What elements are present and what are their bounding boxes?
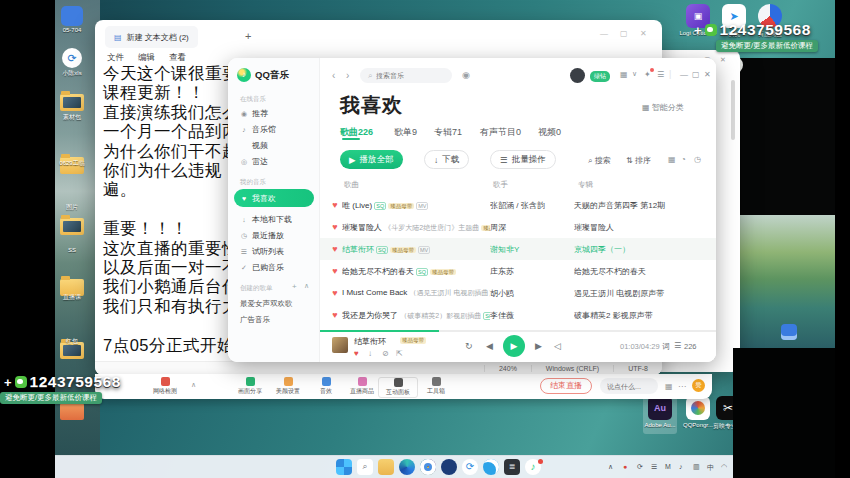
sidebar-item-recently-played[interactable]: ◷最近播放 (240, 228, 284, 243)
notepad-maximize-button[interactable]: ▢ (620, 29, 628, 38)
window-minimize-button[interactable]: — (680, 70, 688, 79)
batch-actions-button[interactable]: ☰批量操作 (490, 150, 556, 169)
toolbar-item[interactable]: 直播商品 (342, 377, 382, 396)
more-icon[interactable]: ⋯ (678, 382, 686, 391)
nav-back-icon[interactable]: ‹ (332, 70, 335, 81)
taskbar-search-button[interactable]: ⌕ (357, 459, 373, 475)
sidebar-item-purchased[interactable]: ✓已购音乐 (240, 260, 284, 275)
sidebar-item-my-favorites[interactable]: ♥我喜欢 (234, 189, 314, 207)
menu-edit[interactable]: 编辑 (138, 52, 155, 64)
desktop-icon-qqpongr[interactable] (686, 396, 710, 420)
history-view-icon[interactable]: ◷ (694, 155, 701, 164)
column-album[interactable]: 专辑 (578, 180, 593, 190)
progress-bar[interactable] (320, 330, 716, 332)
queue-count[interactable]: 226 (684, 342, 697, 351)
start-button[interactable] (336, 459, 352, 475)
desktop-icon-adobe-audition[interactable]: Au (648, 396, 672, 420)
emoji-icon[interactable]: ▦ (665, 382, 673, 391)
sidebar-item-local-downloads[interactable]: ↓本地和下载 (240, 212, 292, 227)
menu-view[interactable]: 查看 (169, 52, 186, 64)
play-mode-icon[interactable]: ↻ (465, 341, 473, 351)
vip-badge[interactable]: 绿钻 (590, 71, 610, 82)
download-button[interactable]: ↓下载 (424, 150, 469, 169)
volume-icon[interactable]: ◁ (554, 341, 561, 351)
favorite-heart-icon[interactable]: ♥ (328, 288, 342, 298)
taskbar-qq-button[interactable] (483, 459, 499, 475)
taskbar-meeting-button[interactable] (441, 459, 457, 475)
playlist-item[interactable]: 最爱女声双欢歌 (240, 296, 293, 311)
tray-recording-icon[interactable]: ● (623, 463, 627, 470)
tray-ime-icon[interactable]: 中 (707, 463, 714, 473)
collapse-icon[interactable]: ∧ (191, 381, 196, 389)
list-search-button[interactable]: ⌕ 搜索 (588, 155, 611, 166)
playlist-item[interactable]: 广告音乐 (240, 312, 270, 327)
desktop-icon-blue-mini[interactable] (781, 324, 797, 340)
toolbar-item[interactable]: 画面分享 (230, 377, 270, 396)
column-artist[interactable]: 歌手 (493, 180, 508, 190)
like-icon[interactable]: ♥ (354, 349, 359, 358)
window-maximize-button[interactable]: ▢ (692, 70, 700, 79)
view-grid-icon[interactable]: ▦ (668, 155, 676, 164)
favorite-heart-icon[interactable]: ♥ (328, 200, 342, 210)
end-live-button[interactable]: 结束直播 (540, 378, 592, 394)
desktop-icon-folder[interactable] (60, 218, 84, 235)
tray-keyboard-icon[interactable]: ▥ (693, 463, 700, 471)
song-row[interactable]: ♥ I Must Come Back （遇见王沥川 电视剧插曲）臻品母带MV 胡… (320, 282, 716, 304)
sidebar-item-listen-list[interactable]: ☰试听列表 (240, 244, 284, 259)
bgwin-close-button[interactable]: ✕ (720, 56, 726, 64)
live-chat-input[interactable] (600, 378, 658, 394)
statusbar-zoom[interactable]: 240% (484, 365, 531, 372)
toolbar-item[interactable]: 工具箱 (416, 377, 456, 396)
tab-albums[interactable]: 专辑71 (434, 126, 462, 139)
share-icon[interactable]: ⇱ (396, 349, 403, 358)
menu-file[interactable]: 文件 (107, 52, 124, 64)
taskbar-edge-button[interactable] (399, 459, 415, 475)
favorite-heart-icon[interactable]: ♥ (328, 310, 342, 320)
tray-m-icon[interactable]: M (665, 463, 671, 470)
taskbar-chrome-button[interactable] (420, 459, 436, 475)
tray-mic-icon[interactable]: ♪ (679, 463, 683, 470)
taskbar-explorer-button[interactable] (378, 459, 394, 475)
toolbar-item[interactable]: 网络检测 (145, 377, 185, 396)
queue-icon[interactable]: ☰ (674, 341, 681, 350)
desktop-icon-sync[interactable]: ⟳ (62, 48, 82, 68)
bgwin-scrollbar[interactable] (731, 80, 735, 140)
chevron-down-icon[interactable]: ∨ (632, 70, 637, 78)
taskbar-notepad-button[interactable]: ≣ (504, 459, 520, 475)
sort-button[interactable]: ⇅ 排序 (626, 155, 651, 166)
user-avatar[interactable] (570, 68, 585, 83)
music-search-input[interactable] (360, 68, 452, 83)
column-song[interactable]: 歌曲 (344, 180, 359, 190)
smart-sort-button[interactable]: ▦ 智能分类 (642, 102, 684, 113)
toolbar-item[interactable]: 音效 (306, 377, 346, 396)
sidebar-item-music-hall[interactable]: ♪音乐馆 (240, 122, 276, 137)
notepad-close-button[interactable]: ✕ (640, 29, 647, 38)
previous-icon[interactable]: ◀ (486, 341, 493, 351)
singer-view-icon[interactable]: ◔ (681, 155, 686, 164)
listen-recognize-icon[interactable]: ◉ (462, 70, 470, 80)
toolbar-item[interactable]: 互动面板 (378, 377, 418, 398)
main-menu-icon[interactable]: ☰ (657, 70, 664, 79)
favorite-heart-icon[interactable]: ♥ (328, 244, 342, 254)
collapse-playlists-icon[interactable]: ∧ (304, 282, 309, 290)
toolbar-item[interactable]: 美颜设置 (268, 377, 308, 396)
notepad-new-tab-button[interactable]: + (245, 30, 251, 42)
thumbs-up-icon[interactable]: 赞 (692, 379, 705, 392)
song-row[interactable]: ♥ 唯 (Live)SQ臻品母带MV 张韶涵 / 张含韵天赐的声音第四季 第12… (320, 194, 716, 216)
song-row-playing[interactable]: ♥ 结草衔环SQ臻品母带MV 谢知非Y京城四季（一） (320, 238, 716, 260)
tray-sync-icon[interactable]: ⟳ (637, 463, 643, 471)
window-close-button[interactable]: ✕ (704, 70, 711, 79)
tab-videos[interactable]: 视频0 (538, 126, 561, 139)
song-row[interactable]: ♥ 璀璨冒险人 《斗罗大陆2绝世唐门》主题曲臻品母带MV 周深璀璨冒险人 (320, 216, 716, 238)
nav-forward-icon[interactable]: › (346, 70, 349, 81)
message-icon[interactable]: ▦ (620, 70, 628, 79)
song-row[interactable]: ♥ 给她无尽不朽的春天SQ臻品母带 庄东苏给她无尽不朽的春天 (320, 260, 716, 282)
add-playlist-icon[interactable]: + (292, 282, 297, 291)
song-row[interactable]: ♥ 我还是为你哭了 （破事精英2）影视剧插曲SQ臻品母带 李佳薇破事精英2 影视… (320, 304, 716, 326)
notepad-minimize-button[interactable]: — (600, 29, 608, 38)
dislike-icon[interactable]: ⊘ (382, 349, 389, 358)
download-song-icon[interactable]: ↓ (368, 349, 372, 358)
play-pause-button[interactable]: ▶ (503, 335, 525, 357)
sidebar-item-recommend[interactable]: ◉推荐 (240, 106, 268, 121)
tray-wifi-icon[interactable]: ◠ (721, 463, 727, 471)
